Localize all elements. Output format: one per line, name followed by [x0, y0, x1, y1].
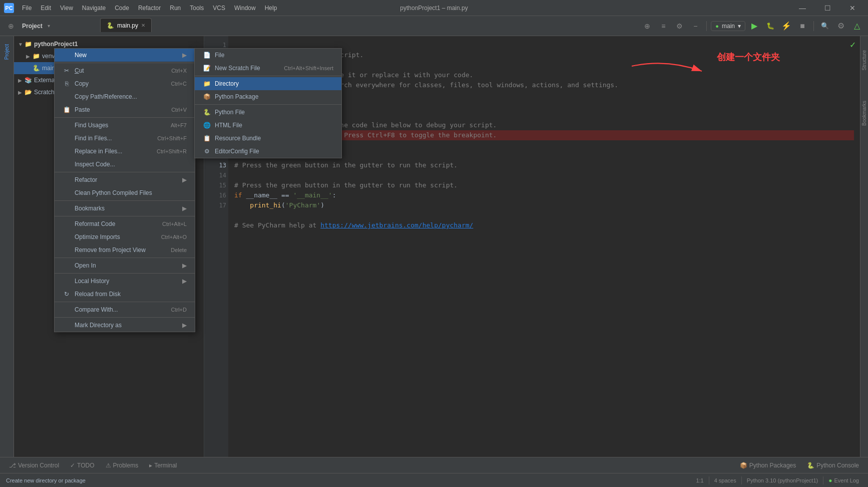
tab-problems[interactable]: ⚠ Problems	[101, 459, 144, 472]
cm-openin-icon	[63, 262, 71, 270]
menu-help[interactable]: Help	[261, 4, 281, 13]
cm-reformat[interactable]: Reformat Code Ctrl+Alt+L	[55, 217, 195, 230]
cm-cut-icon: ✂	[63, 67, 71, 75]
cm-compare-icon	[63, 306, 71, 314]
cm-localhistory-arrow: ▶	[182, 278, 187, 285]
cm-newpypkg-label: Python Package	[215, 93, 333, 100]
tab-terminal[interactable]: ▸ Terminal	[144, 459, 182, 472]
window-controls: — ☐ ✕	[791, 0, 864, 16]
cm-optimize-imports[interactable]: Optimize Imports Ctrl+Alt+O	[55, 230, 195, 243]
cm-reload-disk[interactable]: ↻ Reload from Disk	[55, 288, 195, 301]
status-sep-2	[741, 476, 742, 484]
cm-new-htmlfile[interactable]: 🌐 HTML File	[195, 119, 341, 132]
menu-window[interactable]: Window	[230, 4, 260, 13]
menu-vcs[interactable]: VCS	[209, 4, 229, 13]
cm-sep-9	[55, 317, 195, 318]
cm-refactor-icon	[63, 176, 71, 184]
cm-remove-project[interactable]: Remove from Project View Delete	[55, 243, 195, 257]
cm-copy-label: Copy	[75, 80, 167, 87]
tab-bar: 🐍 main.py ✕	[100, 16, 868, 32]
cm-inspect-icon	[63, 160, 71, 168]
cm-findfiles-shortcut: Ctrl+Shift+F	[157, 135, 187, 141]
cm-new-file[interactable]: 📄 File	[195, 49, 341, 62]
cm-bookmarks-arrow: ▶	[182, 205, 187, 212]
tab-todo[interactable]: ✓ TODO	[65, 459, 99, 472]
cm-inspect-code[interactable]: Inspect Code...	[55, 158, 195, 171]
cm-new[interactable]: New ▶	[55, 49, 195, 62]
menu-tools[interactable]: Tools	[186, 4, 208, 13]
cm-new-pypackage[interactable]: 📦 Python Package	[195, 90, 341, 103]
status-interpreter[interactable]: Python 3.10 (pythonProject1)	[744, 477, 821, 483]
cm-findusages-label: Find Usages	[75, 122, 167, 129]
project-dropdown[interactable]: ▾	[48, 23, 50, 29]
cm-clean-pyc[interactable]: Clean Python Compiled Files	[55, 186, 195, 199]
cm-paste-shortcut: Ctrl+V	[171, 107, 187, 113]
menu-edit[interactable]: Edit	[37, 4, 55, 13]
main-toolbar: ⊕ Project ▾ ⊕ ≡ ⚙ − 🐍 main.py ✕ ● main ▾…	[0, 16, 868, 36]
cm-local-history[interactable]: Local History ▶	[55, 275, 195, 288]
status-position[interactable]: 1:1	[693, 477, 706, 483]
close-button[interactable]: ✕	[841, 0, 864, 16]
tab-python-console[interactable]: 🐍 Python Console	[802, 459, 864, 472]
sidebar-project-icon[interactable]: Project	[2, 40, 12, 64]
cm-remove-icon	[63, 246, 71, 254]
menu-file[interactable]: File	[18, 4, 36, 13]
checkmark: ✓	[849, 40, 856, 50]
menu-code[interactable]: Code	[111, 4, 133, 13]
cm-new-scratch[interactable]: 📝 New Scratch File Ctrl+Alt+Shift+Insert	[195, 62, 341, 75]
cm-replace-files[interactable]: Replace in Files... Ctrl+Shift+R	[55, 145, 195, 158]
terminal-label: Terminal	[154, 462, 177, 469]
py-icon: 🐍	[32, 64, 40, 72]
status-bar: Create new directory or package 1:1 4 sp…	[0, 473, 868, 487]
cm-newscratch-icon: 📝	[203, 64, 211, 72]
cm-newresource-icon: 📋	[203, 134, 211, 142]
cm-new-pyfile[interactable]: 🐍 Python File	[195, 106, 341, 119]
cm-open-in[interactable]: Open In ▶	[55, 259, 195, 272]
window-title: pythonProject1 – main.py	[400, 5, 468, 12]
pypkg-label: Python Packages	[749, 462, 796, 469]
cm-sep-8	[55, 302, 195, 302]
cm-sep-4	[55, 200, 195, 201]
toolbar-icon-1[interactable]: ⊕	[4, 19, 18, 33]
cm-sep-7	[55, 273, 195, 274]
tab-main-py[interactable]: 🐍 main.py ✕	[100, 18, 152, 32]
menu-view[interactable]: View	[56, 4, 77, 13]
tab-close-icon[interactable]: ✕	[141, 23, 145, 28]
menu-navigate[interactable]: Navigate	[78, 4, 110, 13]
tab-python-packages[interactable]: 📦 Python Packages	[735, 459, 801, 472]
status-sep-1	[709, 476, 709, 484]
cm-find-files[interactable]: Find in Files... Ctrl+Shift+F	[55, 132, 195, 145]
cm-paste[interactable]: 📋 Paste Ctrl+V	[55, 103, 195, 116]
cm-new-directory[interactable]: 📁 Directory	[195, 77, 341, 90]
tree-arrow-ext: ▶	[18, 78, 24, 83]
cm-find-usages[interactable]: Find Usages Alt+F7	[55, 119, 195, 132]
menu-refactor[interactable]: Refactor	[134, 4, 165, 13]
cm-newpyfile-icon: 🐍	[203, 108, 211, 116]
menu-run[interactable]: Run	[166, 4, 185, 13]
cm-bookmarks[interactable]: Bookmarks ▶	[55, 202, 195, 215]
maximize-button[interactable]: ☐	[816, 0, 839, 16]
cm-copy-path[interactable]: Copy Path/Reference...	[55, 90, 195, 103]
cm-new-resource[interactable]: 📋 Resource Bundle	[195, 132, 341, 145]
structure-label[interactable]: Structure	[861, 50, 867, 71]
cm-cleanpyc-icon	[63, 189, 71, 197]
cm-mark-directory[interactable]: Mark Directory as ▶	[55, 319, 195, 332]
status-indent[interactable]: 4 spaces	[711, 477, 739, 483]
cm-findusages-icon	[63, 121, 71, 129]
tab-version-control[interactable]: ⎇ Version Control	[4, 459, 64, 472]
bookmarks-label[interactable]: Bookmarks	[861, 101, 867, 126]
minimize-button[interactable]: —	[791, 0, 814, 16]
cm-copy[interactable]: ⎘ Copy Ctrl+C	[55, 77, 195, 90]
cm-refactor[interactable]: Refactor ▶	[55, 173, 195, 186]
status-event-log[interactable]: ● Event Log	[825, 477, 862, 484]
cm-refactor-arrow: ▶	[182, 176, 187, 183]
cm-openin-arrow: ▶	[182, 262, 187, 269]
cm-new-editorconfig[interactable]: ⚙ EditorConfig File	[195, 145, 341, 158]
cm-compare-with[interactable]: Compare With... Ctrl+D	[55, 303, 195, 316]
cm-new-label: New	[75, 52, 178, 59]
cm-cut[interactable]: ✂ Cut Ctrl+X	[55, 64, 195, 77]
status-sep-3	[823, 476, 823, 484]
cm-localhistory-icon	[63, 277, 71, 285]
cm-newfile-icon: 📄	[203, 51, 211, 59]
cm-sep-6	[55, 258, 195, 258]
